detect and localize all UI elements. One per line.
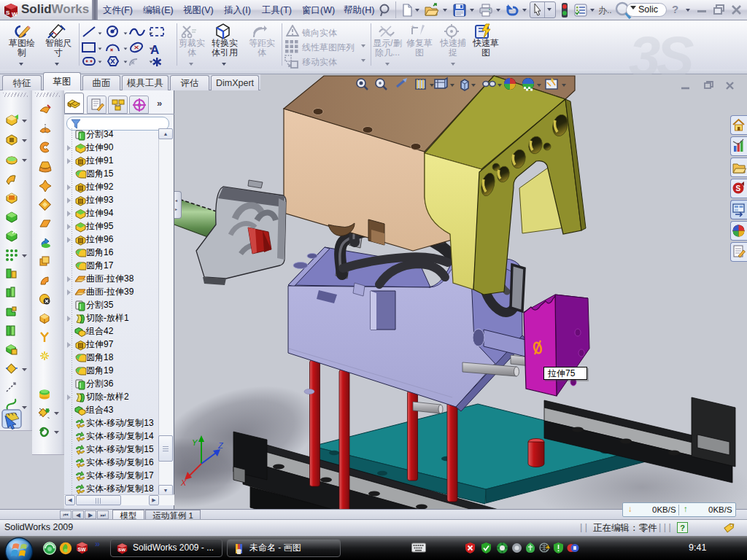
- svg-text:SW: SW: [77, 547, 86, 552]
- svg-text:S: S: [6, 9, 10, 16]
- svg-text:W: W: [12, 11, 18, 18]
- svg-text:Z: Z: [217, 441, 224, 450]
- svg-text:Y: Y: [192, 438, 198, 447]
- svg-text:SW: SW: [118, 547, 125, 552]
- svg-text:!: !: [547, 545, 548, 549]
- svg-text:+: +: [411, 23, 414, 31]
- svg-text:X: X: [180, 478, 187, 487]
- svg-text:S: S: [736, 184, 741, 192]
